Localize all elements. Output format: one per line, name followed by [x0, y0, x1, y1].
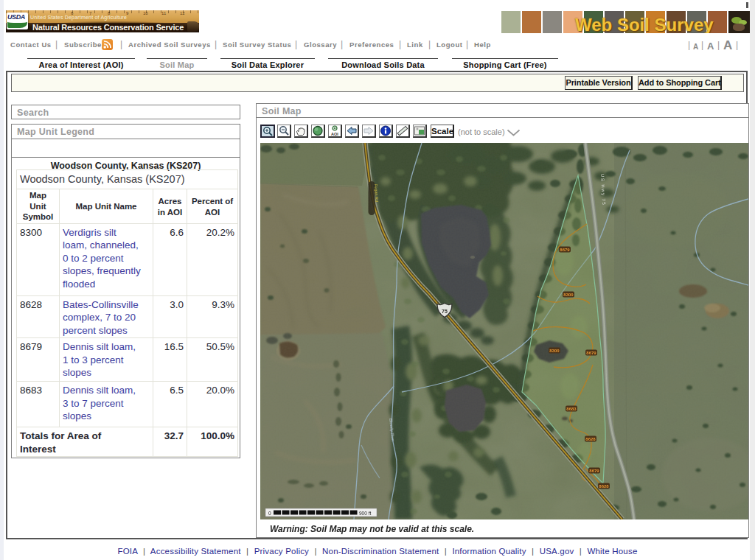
svg-text:0: 0: [268, 511, 271, 516]
svg-text:AOI: AOI: [331, 132, 338, 136]
svg-text:900 ft: 900 ft: [359, 511, 371, 516]
